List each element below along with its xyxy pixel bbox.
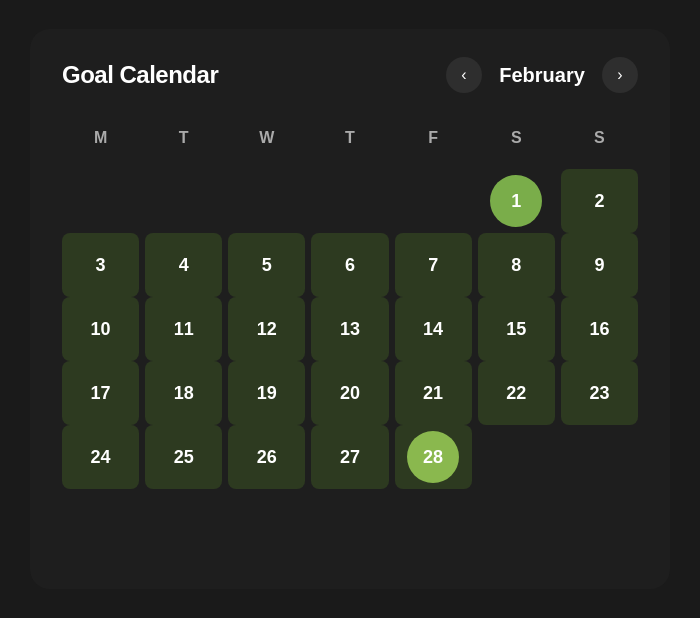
- day-cell[interactable]: 24: [62, 425, 139, 489]
- day-cell[interactable]: 21: [395, 361, 472, 425]
- day-cell[interactable]: 17: [62, 361, 139, 425]
- day-cell[interactable]: 8: [478, 233, 555, 297]
- day-cell[interactable]: 16: [561, 297, 638, 361]
- calendar-body: MTWTFSS 12345678910111213141516171819202…: [62, 121, 638, 489]
- day-cell[interactable]: 9: [561, 233, 638, 297]
- day-cell[interactable]: 15: [478, 297, 555, 361]
- day-cell[interactable]: 19: [228, 361, 305, 425]
- page-title: Goal Calendar: [62, 61, 218, 89]
- day-cell[interactable]: 18: [145, 361, 222, 425]
- prev-month-button[interactable]: ‹: [446, 57, 482, 93]
- day-cell[interactable]: 14: [395, 297, 472, 361]
- day-cell[interactable]: 20: [311, 361, 388, 425]
- day-cell: [311, 169, 388, 233]
- day-header: S: [478, 121, 555, 163]
- calendar-header: Goal Calendar ‹ February ›: [62, 57, 638, 93]
- week-row: 17181920212223: [62, 361, 638, 425]
- day-cell[interactable]: 27: [311, 425, 388, 489]
- day-header: M: [62, 121, 139, 163]
- today-indicator: 1: [490, 175, 542, 227]
- day-cell: [62, 169, 139, 233]
- week-row: 2425262728: [62, 425, 638, 489]
- day-headers-row: MTWTFSS: [62, 121, 638, 163]
- selected-day-indicator: 28: [407, 431, 459, 483]
- day-cell[interactable]: 4: [145, 233, 222, 297]
- day-cell[interactable]: 13: [311, 297, 388, 361]
- day-cell[interactable]: 5: [228, 233, 305, 297]
- day-cell: [395, 169, 472, 233]
- day-header: T: [145, 121, 222, 163]
- day-cell[interactable]: 7: [395, 233, 472, 297]
- day-header: W: [228, 121, 305, 163]
- week-row: 12: [62, 169, 638, 233]
- day-cell[interactable]: 6: [311, 233, 388, 297]
- day-cell[interactable]: 28: [395, 425, 472, 489]
- day-cell: [228, 169, 305, 233]
- day-cell: [145, 169, 222, 233]
- day-cell[interactable]: 25: [145, 425, 222, 489]
- day-cell: [478, 425, 555, 489]
- day-header: S: [561, 121, 638, 163]
- day-cell[interactable]: 1: [478, 169, 555, 233]
- day-cell[interactable]: 26: [228, 425, 305, 489]
- day-cell[interactable]: 11: [145, 297, 222, 361]
- week-row: 10111213141516: [62, 297, 638, 361]
- calendar-container: Goal Calendar ‹ February › MTWTFSS 12345…: [30, 29, 670, 589]
- day-cell[interactable]: 23: [561, 361, 638, 425]
- next-month-button[interactable]: ›: [602, 57, 638, 93]
- day-cell[interactable]: 2: [561, 169, 638, 233]
- day-cell[interactable]: 3: [62, 233, 139, 297]
- day-cell[interactable]: 10: [62, 297, 139, 361]
- day-cell[interactable]: 22: [478, 361, 555, 425]
- day-header: F: [395, 121, 472, 163]
- day-cell: [561, 425, 638, 489]
- day-cell[interactable]: 12: [228, 297, 305, 361]
- month-label: February: [492, 64, 592, 87]
- week-row: 3456789: [62, 233, 638, 297]
- day-header: T: [311, 121, 388, 163]
- month-nav: ‹ February ›: [446, 57, 638, 93]
